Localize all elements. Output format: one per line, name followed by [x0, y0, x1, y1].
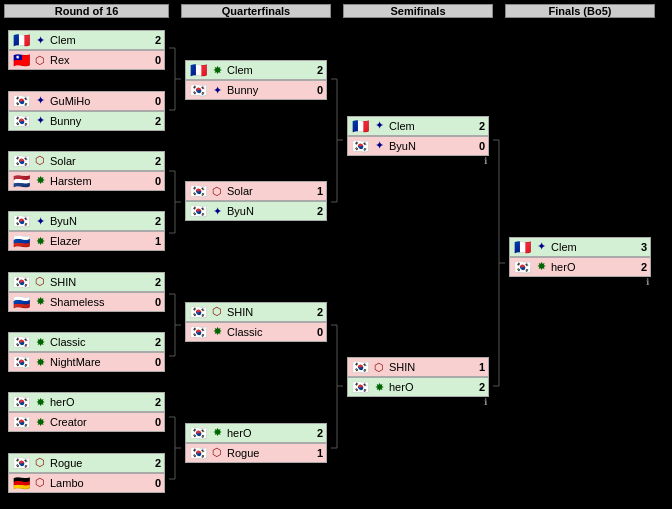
score-rogue-qf: 1 — [313, 447, 323, 459]
score-rogue-r16: 2 — [151, 457, 161, 469]
race-rex: ⬡ — [33, 53, 47, 67]
flag-lambo: 🇩🇪 — [12, 477, 30, 489]
r16-match-1: 🇫🇷 ✦ Clem 2 🇹🇼 ⬡ Rex 0 — [4, 28, 169, 72]
r16-m1-p1: 🇫🇷 ✦ Clem 2 — [8, 30, 165, 50]
score-hero-sf: 2 — [475, 381, 485, 393]
score-bunny-qf: 0 — [313, 84, 323, 96]
r16-match-2: 🇰🇷 ✦ GuMiHo 0 🇰🇷 ✦ Bunny 2 — [4, 89, 169, 133]
qf-m1-p2: 🇰🇷 ✦ Bunny 0 — [185, 80, 327, 100]
name-clem-sf: Clem — [389, 120, 472, 132]
qf-m4-p2: 🇰🇷 ⬡ Rogue 1 — [185, 443, 327, 463]
qf-match-4: 🇰🇷 ✸ herO 2 🇰🇷 ⬡ Rogue 1 — [181, 421, 331, 465]
score-nightmare: 0 — [151, 356, 161, 368]
r16-m3-p1: 🇰🇷 ⬡ Solar 2 — [8, 151, 165, 171]
r16-m4-p1: 🇰🇷 ✦ ByuN 2 — [8, 211, 165, 231]
qf-match-3: 🇰🇷 ⬡ SHIN 2 🇰🇷 ✸ Classic 0 — [181, 300, 331, 344]
score-lambo: 0 — [151, 477, 161, 489]
header-f: Finals (Bo5) — [505, 4, 655, 18]
sf-m1-info-icon[interactable]: ℹ — [347, 156, 489, 166]
race-lambo: ⬡ — [33, 476, 47, 490]
score-harstem: 0 — [151, 175, 161, 187]
sf-m2-p2: 🇰🇷 ✸ herO 2 — [347, 377, 489, 397]
flag-harstem: 🇳🇱 — [12, 175, 30, 187]
flag-hero: 🇰🇷 — [12, 396, 30, 408]
sf-m1-p1: 🇫🇷 ✦ Clem 2 — [347, 116, 489, 136]
flag-clem: 🇫🇷 — [12, 34, 30, 46]
score-byun-qf: 2 — [313, 205, 323, 217]
sf-match-1: 🇫🇷 ✦ Clem 2 🇰🇷 ✦ ByuN 0 ℹ — [343, 114, 493, 168]
name-hero-sf: herO — [389, 381, 472, 393]
flag-hero-f: 🇰🇷 — [513, 261, 531, 273]
r16-m4-p2: 🇷🇺 ✸ Elazer 1 — [8, 231, 165, 251]
flag-classic-qf: 🇰🇷 — [189, 326, 207, 338]
name-creator: Creator — [50, 416, 148, 428]
flag-shameless: 🇷🇺 — [12, 296, 30, 308]
flag-shin-sf: 🇰🇷 — [351, 361, 369, 373]
flag-rogue: 🇰🇷 — [12, 457, 30, 469]
score-creator: 0 — [151, 416, 161, 428]
race-rogue-qf: ⬡ — [210, 446, 224, 460]
score-hero-r16: 2 — [151, 396, 161, 408]
name-byun: ByuN — [50, 215, 148, 227]
score-shin-sf: 1 — [475, 361, 485, 373]
qf-m2-p1: 🇰🇷 ⬡ Solar 1 — [185, 181, 327, 201]
score-shameless: 0 — [151, 296, 161, 308]
header-sf: Semifinals — [343, 4, 493, 18]
qf-m3-p2: 🇰🇷 ✸ Classic 0 — [185, 322, 327, 342]
score-clem-f: 3 — [637, 241, 647, 253]
race-hero-sf: ✸ — [372, 380, 386, 394]
name-clem-f: Clem — [551, 241, 634, 253]
name-nightmare: NightMare — [50, 356, 148, 368]
score-hero-qf: 2 — [313, 427, 323, 439]
name-solar-qf: Solar — [227, 185, 310, 197]
round-sf: 🇫🇷 ✦ Clem 2 🇰🇷 ✦ ByuN 0 ℹ — [343, 18, 493, 505]
name-classic: Classic — [50, 336, 148, 348]
name-shin-qf: SHIN — [227, 306, 310, 318]
score-gumiho: 0 — [151, 95, 161, 107]
name-clem-qf: Clem — [227, 64, 310, 76]
race-classic: ✸ — [33, 335, 47, 349]
name-hero: herO — [50, 396, 148, 408]
r16-m3-p2: 🇳🇱 ✸ Harstem 0 — [8, 171, 165, 191]
r16-match-3: 🇰🇷 ⬡ Solar 2 🇳🇱 ✸ Harstem 0 — [4, 149, 169, 193]
r16-m8-p1: 🇰🇷 ⬡ Rogue 2 — [8, 453, 165, 473]
score-rex: 0 — [151, 54, 161, 66]
race-creator: ✸ — [33, 415, 47, 429]
sf-m2-info-icon[interactable]: ℹ — [347, 397, 489, 407]
flag-elazer: 🇷🇺 — [12, 235, 30, 247]
connector-sf-f — [493, 18, 505, 505]
name-byun-sf: ByuN — [389, 140, 472, 152]
name-solar: Solar — [50, 155, 148, 167]
r16-m2-p1: 🇰🇷 ✦ GuMiHo 0 — [8, 91, 165, 111]
race-shameless: ✸ — [33, 295, 47, 309]
flag-solar-qf: 🇰🇷 — [189, 185, 207, 197]
score-byun-sf: 0 — [475, 140, 485, 152]
name-gumiho: GuMiHo — [50, 95, 148, 107]
name-hero-qf: herO — [227, 427, 310, 439]
race-clem-f: ✦ — [534, 240, 548, 254]
f-m1-p1: 🇫🇷 ✦ Clem 3 — [509, 237, 651, 257]
score-solar-qf: 1 — [313, 185, 323, 197]
score-solar-r16: 2 — [151, 155, 161, 167]
score-shin-qf: 2 — [313, 306, 323, 318]
race-byun: ✦ — [33, 214, 47, 228]
race-solar: ⬡ — [33, 154, 47, 168]
name-clem: Clem — [50, 34, 148, 46]
bracket-wrapper: Round of 16 Quarterfinals Semifinals Fin… — [0, 0, 672, 509]
score-shin-r16: 2 — [151, 276, 161, 288]
connector-r16-qf — [169, 18, 181, 505]
connector-qf-sf — [331, 18, 343, 505]
flag-creator: 🇰🇷 — [12, 416, 30, 428]
r16-m2-p2: 🇰🇷 ✦ Bunny 2 — [8, 111, 165, 131]
r16-m6-p2: 🇰🇷 ✸ NightMare 0 — [8, 352, 165, 372]
flag-byun-qf: 🇰🇷 — [189, 205, 207, 217]
f-m1-info-icon[interactable]: ℹ — [509, 277, 651, 287]
flag-byun-sf: 🇰🇷 — [351, 140, 369, 152]
race-clem-qf: ✸ — [210, 63, 224, 77]
header-r16: Round of 16 — [4, 4, 169, 18]
r16-match-4: 🇰🇷 ✦ ByuN 2 🇷🇺 ✸ Elazer 1 — [4, 209, 169, 253]
race-byun-qf: ✦ — [210, 204, 224, 218]
name-hero-f: herO — [551, 261, 634, 273]
qf-match-2: 🇰🇷 ⬡ Solar 1 🇰🇷 ✦ ByuN 2 — [181, 179, 331, 223]
round-qf: 🇫🇷 ✸ Clem 2 🇰🇷 ✦ Bunny 0 🇰🇷 — [181, 18, 331, 505]
